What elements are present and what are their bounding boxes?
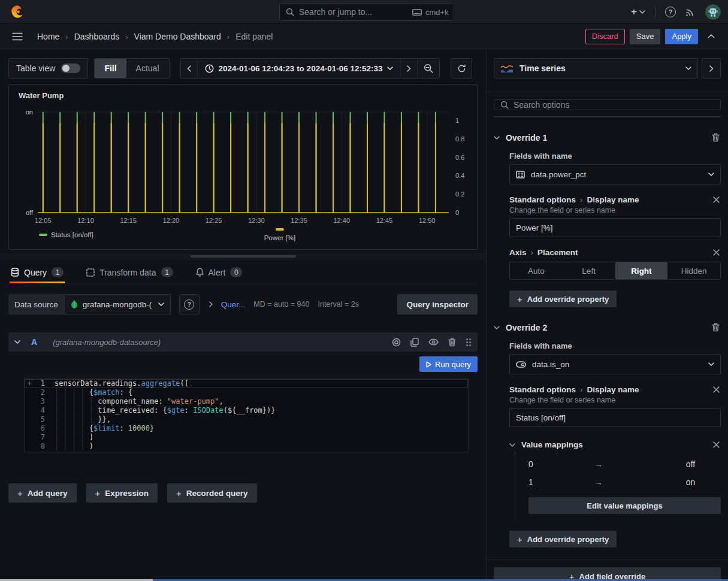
query-options-link[interactable]: Quer... (221, 300, 246, 309)
add-query-button[interactable]: + Add query (8, 483, 77, 503)
discard-button[interactable]: Discard (585, 29, 625, 44)
remove-display-name-property-close-icon[interactable] (712, 385, 721, 394)
news-rss-icon[interactable] (685, 7, 696, 17)
time-shift-forward-button[interactable] (400, 59, 417, 78)
chevron-down-icon (708, 173, 714, 176)
chevron-down-icon[interactable] (494, 326, 500, 329)
override-1-add-property-button[interactable]: + Add override property (509, 290, 617, 307)
datasource-help-button[interactable]: ? (179, 294, 200, 314)
breadcrumb-dashboards[interactable]: Dashboards (59, 32, 119, 41)
refresh-icon[interactable] (451, 58, 472, 78)
tab-query[interactable]: Query 1 (10, 264, 65, 283)
query-inspector-button[interactable]: Query inspector (397, 294, 478, 314)
override-2-display-name-input[interactable] (509, 408, 721, 427)
tab-label: Query (24, 268, 47, 277)
axis-placement-auto[interactable]: Auto (510, 262, 563, 279)
legend-item-status[interactable]: Status [on/off] (39, 231, 93, 238)
global-search[interactable]: cmd+k (279, 3, 454, 21)
menu-toggle-icon[interactable] (8, 30, 26, 43)
time-range-picker[interactable]: 2024-01-06 12:04:23 to 2024-01-06 12:52:… (197, 59, 401, 78)
mapping-from-value: 1 (528, 477, 594, 487)
override-2-add-property-button[interactable]: + Add override property (509, 531, 617, 547)
override-1-header[interactable]: Override 1 (494, 132, 721, 143)
remove-display-name-property-close-icon[interactable] (712, 195, 721, 204)
tab-transform-data[interactable]: Transform data 1 (85, 264, 174, 283)
water-pump-panel[interactable]: Water Pump 12:0512:1012:1512:2012:2512:3… (8, 84, 478, 250)
override-1-display-name-input[interactable] (509, 218, 721, 237)
options-search-input[interactable] (513, 100, 714, 110)
delete-override-2-trash-icon[interactable] (711, 322, 721, 333)
mapping-to-value: off (660, 459, 721, 469)
time-series-chart[interactable]: 12:0512:1012:1512:2012:2512:3012:3512:40… (14, 102, 473, 227)
axis-placement-right[interactable]: Right (615, 262, 668, 279)
fields-with-name-label: Fields with name (509, 152, 721, 161)
delete-override-1-trash-icon[interactable] (711, 132, 721, 143)
recorded-query-button[interactable]: + Recorded query (167, 483, 257, 503)
override-1-field-matcher[interactable]: data.power_pct (509, 164, 721, 184)
table-view-toggle[interactable] (61, 63, 80, 73)
remove-value-mappings-close-icon[interactable] (712, 440, 721, 449)
legend-item-power[interactable]: Power [%] (93, 228, 466, 241)
breadcrumb-dashboard-name[interactable]: Viam Demo Dashboard (119, 32, 221, 41)
mapping-to-value: on (660, 477, 721, 487)
plus-icon: + (176, 488, 182, 498)
display-name-property-path: Standard options›Display name (509, 195, 712, 204)
datasource-row: Data source grafana-mongodb-( ? Quer... … (8, 294, 478, 314)
options-search[interactable] (494, 99, 721, 110)
override-2-body: Fields with name data.is_on Standard opt… (494, 333, 721, 547)
expression-button[interactable]: + Expression (86, 483, 158, 503)
collapse-query-icon[interactable] (14, 340, 20, 344)
axis-placement-hidden[interactable]: Hidden (667, 262, 720, 279)
breadcrumb-home[interactable]: Home (37, 32, 59, 41)
chevron-down-icon[interactable] (494, 136, 500, 140)
svg-text:12:25: 12:25 (206, 217, 222, 224)
grafana-logo[interactable] (7, 4, 25, 20)
apply-button[interactable]: Apply (665, 29, 698, 44)
code-line: 3│ │ │ │ │ component_name: "water-pump", (25, 397, 468, 406)
query-code-editor[interactable]: +1sensorData.readings.aggregate([2│ │ │ … (24, 378, 469, 452)
run-query-button[interactable]: Run query (419, 356, 478, 372)
value-mapping-row: 1 → on (528, 473, 721, 491)
override-2-field-matcher[interactable]: data.is_on (509, 354, 721, 374)
save-button[interactable]: Save (630, 29, 661, 44)
fill-option[interactable]: Fill (95, 59, 126, 78)
chevron-down-icon[interactable] (509, 443, 515, 447)
drag-handle-icon[interactable] (466, 338, 472, 347)
svg-text:0.8: 0.8 (455, 135, 464, 143)
display-name-property-desc: Change the field or series name (509, 206, 712, 214)
pane-resize-track[interactable] (0, 253, 486, 259)
user-avatar[interactable] (705, 4, 721, 20)
query-row-header[interactable]: A (grafana-mongodb-datasource) (8, 332, 478, 352)
override-2-header[interactable]: Override 2 (494, 322, 721, 333)
axis-placement-left[interactable]: Left (563, 262, 615, 279)
duplicate-query-icon[interactable] (410, 338, 419, 347)
query-ref-id: A (31, 337, 37, 347)
collapse-options-pane-button[interactable] (702, 58, 721, 78)
breadcrumb-edit-panel: Edit panel (221, 32, 273, 41)
actual-option[interactable]: Actual (126, 59, 169, 78)
datasource-picker[interactable]: grafana-mongodb-( (64, 294, 171, 314)
time-shift-back-button[interactable] (181, 59, 197, 78)
visualization-name: Time series (519, 63, 679, 73)
visualization-picker[interactable]: Time series (494, 58, 698, 78)
value-mapping-row: 0 → off (528, 455, 721, 473)
code-line: 8│ │ │ │ ) (25, 442, 468, 451)
collapse-topbar-icon[interactable] (703, 32, 720, 41)
pane-resize-handle[interactable] (191, 255, 296, 258)
global-search-input[interactable] (299, 7, 407, 17)
plus-icon: + (95, 488, 101, 498)
chevron-right-icon[interactable] (209, 301, 213, 307)
delete-query-trash-icon[interactable] (448, 338, 456, 347)
remove-axis-placement-property-close-icon[interactable] (712, 248, 721, 257)
tab-alert[interactable]: Alert 0 (195, 264, 244, 283)
panel-toolbar: Table view Fill Actual 2024-01-06 12:04:… (8, 58, 478, 78)
zoom-out-time-icon[interactable] (417, 59, 439, 78)
help-icon[interactable]: ? (665, 7, 676, 17)
query-footer-buttons: + Add query + Expression + Recorded quer… (8, 483, 478, 503)
hide-response-eye-icon[interactable] (428, 338, 439, 346)
keyboard-shortcut-label: cmd+k (425, 8, 449, 17)
record-query-icon[interactable] (392, 338, 401, 347)
new-menu-button[interactable]: + (631, 6, 645, 18)
tab-label: Transform data (99, 268, 156, 277)
edit-value-mappings-button[interactable]: Edit value mappings (528, 497, 721, 514)
